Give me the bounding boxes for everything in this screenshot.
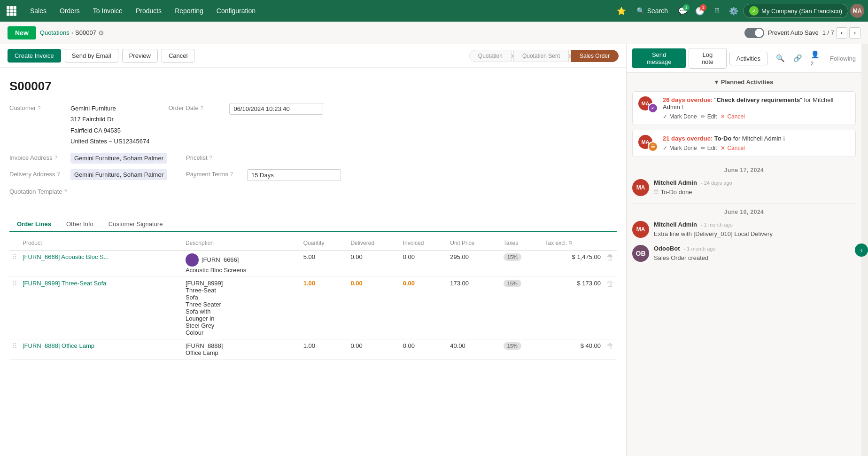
row-product-1[interactable]: [FURN_6666] Acoustic Bloc S... bbox=[20, 250, 183, 276]
breadcrumb-parent[interactable]: Quotations bbox=[40, 29, 70, 36]
pricelist-help-icon[interactable]: ? bbox=[209, 155, 212, 160]
monitor-icon[interactable]: 🖥 bbox=[709, 3, 724, 18]
activities-button[interactable]: Activities bbox=[729, 52, 767, 65]
preview-button[interactable]: Preview bbox=[122, 49, 158, 63]
upgrade-icon[interactable]: ⭐ bbox=[614, 3, 629, 18]
cancel-act-btn-1[interactable]: ✕ Cancel bbox=[721, 113, 744, 120]
tab-customer-signature[interactable]: Customer Signature bbox=[101, 217, 170, 232]
main-layout: Create Invoice Send by Email Preview Can… bbox=[0, 44, 868, 456]
nav-sales[interactable]: Sales bbox=[24, 4, 52, 17]
discuss-icon[interactable]: 💬 1 bbox=[675, 3, 690, 18]
row-delivered-3[interactable]: 0.00 bbox=[348, 339, 400, 359]
row-drag-3[interactable]: ⠿ bbox=[9, 339, 20, 359]
chat-header-2: Mitchell Admin - 1 month ago bbox=[654, 221, 856, 228]
row-delete-2[interactable]: 🗑 bbox=[604, 276, 617, 339]
invoice-address-select[interactable]: Gemini Furniture, Soham Palmer bbox=[70, 153, 167, 164]
edit-btn-1[interactable]: ✏ Edit bbox=[701, 113, 717, 120]
row-product-2[interactable]: [FURN_8999] Three-Seat Sofa bbox=[20, 276, 183, 339]
date-header-june17: June 17, 2024 bbox=[632, 167, 856, 173]
search-label: Search bbox=[647, 7, 668, 15]
order-date-input[interactable] bbox=[229, 103, 323, 115]
pagination-next[interactable]: › bbox=[849, 27, 860, 39]
row-qty-2[interactable]: 1.00 bbox=[301, 276, 348, 339]
customer-addr3: United States – US12345674 bbox=[70, 136, 149, 147]
document-title: S00007 bbox=[9, 79, 617, 94]
row-desc-full-3: Office Lamp bbox=[186, 349, 298, 356]
activity-content-2: 21 days overdue: To-Do for Mitchell Admi… bbox=[663, 135, 850, 152]
row-desc-2[interactable]: [FURN_8999] Three-Seat Sofa Three Seater… bbox=[183, 276, 301, 339]
row-invoiced-3[interactable]: 0.00 bbox=[400, 339, 448, 359]
link-icon[interactable]: 🔗 bbox=[790, 52, 805, 64]
row-delivered-2[interactable]: 0.00 bbox=[348, 276, 400, 339]
row-drag-2[interactable]: ⠿ bbox=[9, 276, 20, 339]
app-menu-icon[interactable] bbox=[4, 3, 19, 18]
company-selector[interactable]: ✓ My Company (San Francisco) bbox=[743, 4, 848, 18]
status-sales-order[interactable]: Sales Order bbox=[571, 50, 619, 62]
collapse-panel-button[interactable]: ‹ bbox=[855, 244, 868, 257]
nav-reporting[interactable]: Reporting bbox=[169, 4, 209, 17]
chat-message-3: OB OdooBot - 1 month ago Sales Order cre… bbox=[632, 245, 856, 263]
row-desc-1[interactable]: [FURN_6666] Acoustic Bloc Screens bbox=[183, 250, 301, 276]
nav-configuration[interactable]: Configuration bbox=[211, 4, 261, 17]
row-delete-3[interactable]: 🗑 bbox=[604, 339, 617, 359]
mark-done-btn-1[interactable]: ✓ Mark Done bbox=[663, 113, 697, 120]
activity-info-icon-1[interactable]: ℹ bbox=[682, 104, 684, 110]
prevent-auto-save-toggle[interactable] bbox=[744, 28, 764, 38]
search-chatter-icon[interactable]: 🔍 bbox=[773, 52, 788, 64]
mark-done-btn-2[interactable]: ✓ Mark Done bbox=[663, 145, 697, 151]
activity-info-icon-2[interactable]: ℹ bbox=[783, 135, 785, 142]
nav-to-invoice[interactable]: To Invoice bbox=[87, 4, 128, 17]
payment-terms-help-icon[interactable]: ? bbox=[230, 171, 233, 177]
user-avatar[interactable]: MA bbox=[850, 4, 864, 18]
settings-icon[interactable]: ⚙️ bbox=[726, 3, 741, 18]
invoice-help-icon[interactable]: ? bbox=[54, 155, 57, 160]
row-drag-1[interactable]: ⠿ bbox=[9, 250, 20, 276]
template-help-icon[interactable]: ? bbox=[64, 189, 67, 194]
row-uprice-2[interactable]: 173.00 bbox=[447, 276, 501, 339]
sort-icon[interactable]: ⇅ bbox=[568, 240, 573, 246]
followers-icon[interactable]: 👤 2 bbox=[808, 48, 827, 69]
status-quotation-sent[interactable]: Quotation Sent bbox=[513, 50, 569, 62]
record-settings-icon[interactable]: ⚙ bbox=[98, 29, 104, 37]
send-message-button[interactable]: Send message bbox=[632, 48, 686, 68]
new-button[interactable]: New bbox=[8, 26, 36, 39]
cancel-icon-2: ✕ bbox=[721, 145, 725, 151]
tab-order-lines[interactable]: Order Lines bbox=[9, 217, 59, 232]
status-arrow-2: › bbox=[568, 51, 571, 61]
payment-terms-input[interactable] bbox=[247, 169, 341, 181]
row-invoiced-1[interactable]: 0.00 bbox=[400, 250, 448, 276]
row-uprice-3[interactable]: 40.00 bbox=[447, 339, 501, 359]
row-desc-3[interactable]: [FURN_8888] Office Lamp bbox=[183, 339, 301, 359]
row-product-3[interactable]: [FURN_8888] Office Lamp bbox=[20, 339, 183, 359]
order-date-help-icon[interactable]: ? bbox=[201, 105, 203, 111]
send-by-email-button[interactable]: Send by Email bbox=[65, 49, 118, 63]
planned-collapse-arrow[interactable]: ▾ bbox=[715, 79, 718, 86]
row-qty-1[interactable]: 5.00 bbox=[301, 250, 348, 276]
status-quotation[interactable]: Quotation bbox=[469, 50, 512, 62]
row-qty-3[interactable]: 1.00 bbox=[301, 339, 348, 359]
row-uprice-1[interactable]: 295.00 bbox=[447, 250, 501, 276]
clock-icon[interactable]: 🕐 1 bbox=[692, 3, 707, 18]
followers-count: 2 bbox=[811, 61, 814, 66]
log-note-button[interactable]: Log note bbox=[689, 48, 726, 69]
chat-message-2: MA Mitchell Admin - 1 month ago Extra li… bbox=[632, 221, 856, 239]
create-invoice-button[interactable]: Create Invoice bbox=[8, 49, 61, 63]
form-row-customer: Customer ? Gemini Furniture 317 Fairchil… bbox=[9, 103, 617, 147]
search-button[interactable]: 🔍 Search bbox=[631, 5, 674, 16]
pagination-prev[interactable]: ‹ bbox=[836, 27, 847, 39]
nav-orders[interactable]: Orders bbox=[54, 4, 85, 17]
row-delete-1[interactable]: 🗑 bbox=[604, 250, 617, 276]
edit-btn-2[interactable]: ✏ Edit bbox=[701, 145, 717, 151]
delivery-address-select[interactable]: Gemini Furniture, Soham Palmer bbox=[70, 169, 167, 180]
row-delivered-1[interactable]: 0.00 bbox=[348, 250, 400, 276]
following-button[interactable]: Following bbox=[830, 55, 856, 62]
th-description: Description bbox=[183, 236, 301, 251]
tab-other-info[interactable]: Other Info bbox=[59, 217, 101, 232]
row-invoiced-2[interactable]: 0.00 bbox=[400, 276, 448, 339]
customer-help-icon[interactable]: ? bbox=[38, 105, 40, 111]
checkmark-icon: ✓ bbox=[663, 113, 667, 120]
cancel-act-btn-2[interactable]: ✕ Cancel bbox=[721, 145, 744, 151]
nav-products[interactable]: Products bbox=[130, 4, 167, 17]
cancel-button[interactable]: Cancel bbox=[162, 49, 194, 63]
delivery-help-icon[interactable]: ? bbox=[57, 171, 60, 177]
